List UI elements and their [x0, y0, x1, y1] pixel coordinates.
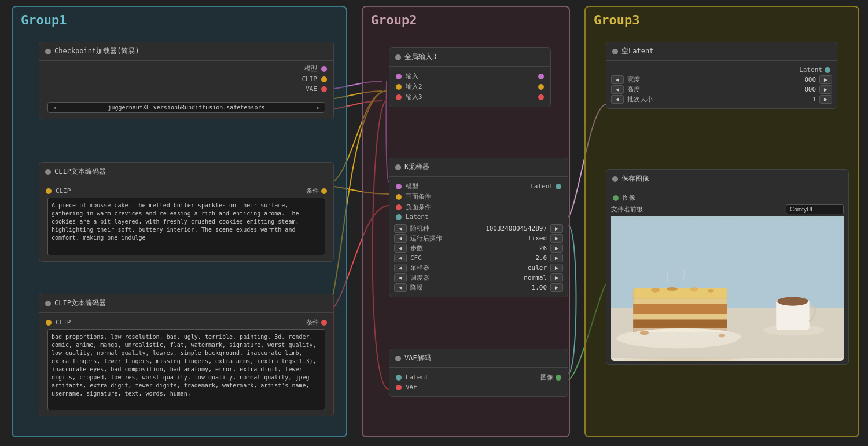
clip2-text-area[interactable]: bad proportions, low resolution, bad, ug…	[47, 329, 325, 410]
group3: Group3 空Latent Latent ◄ 宽度 800 ►	[584, 6, 859, 437]
ksampler-steps-right[interactable]: ►	[550, 244, 563, 253]
ksampler-neg-in	[396, 204, 402, 210]
ksampler-dot	[395, 164, 401, 170]
ksampler-cfg-label: CFG	[410, 254, 532, 262]
ksampler-sched-value: normal	[524, 274, 547, 282]
global-in2-label: 输入2	[406, 82, 422, 91]
checkpoint-model-port: 模型	[304, 64, 329, 73]
width-left[interactable]: ◄	[611, 75, 624, 84]
save-image-body: 图像 文件名前缀	[606, 188, 848, 364]
svg-point-14	[690, 287, 698, 292]
ksampler-cfg-value: 2.0	[535, 254, 547, 262]
clip1-condition-label: 条件	[306, 187, 319, 195]
ksampler-denoise-left[interactable]: ◄	[394, 283, 407, 292]
ksampler-sampler-label: 采样器	[410, 264, 524, 272]
svg-point-19	[719, 334, 725, 337]
batch-right[interactable]: ►	[819, 95, 832, 104]
svg-point-5	[777, 297, 808, 305]
global-in1	[396, 74, 402, 79]
checkpoint-clip-port: CLIP	[302, 75, 329, 83]
width-right[interactable]: ►	[819, 75, 832, 84]
ksampler-seed-right[interactable]: ►	[550, 224, 563, 233]
ksampler-cfg-right[interactable]: ►	[550, 254, 563, 262]
batch-label: 批次大小	[627, 95, 809, 104]
height-left[interactable]: ◄	[611, 85, 624, 94]
ksampler-header: K采样器	[389, 158, 568, 177]
ksampler-body: 模型 Latent 正面条件 负面条件 Latent	[389, 177, 568, 297]
save-image-filename-input[interactable]	[786, 204, 844, 214]
ksampler-denoise-right[interactable]: ►	[550, 283, 563, 292]
save-image-port-row: 图像	[611, 193, 844, 202]
ksampler-seed-left[interactable]: ◄	[394, 224, 407, 233]
vae-decode-image-out	[556, 375, 561, 381]
ksampler-sampler-value: euler	[528, 264, 547, 272]
clip1-clip-port-row: CLIP 条件	[44, 187, 329, 195]
vae-decode-header: VAE解码	[389, 349, 568, 368]
global-input3-row: 输入3	[394, 93, 546, 101]
height-value: 800	[804, 86, 816, 93]
ksampler-params: ◄ 随机种 1003240004542897 ► ◄ 运行后操作 fixed ►…	[394, 224, 563, 292]
batch-value: 1	[812, 96, 816, 103]
ksampler-after-left[interactable]: ◄	[394, 234, 407, 243]
ksampler-denoise-value: 1.00	[532, 284, 547, 291]
checkpoint-right-arrow[interactable]: ►	[317, 104, 320, 111]
clip2-condition-label: 条件	[306, 318, 319, 327]
save-image-dot	[612, 176, 618, 182]
svg-rect-8	[633, 298, 727, 304]
ksampler-sampler-row: ◄ 采样器 euler ►	[394, 264, 563, 272]
ksampler-scheduler-row: ◄ 调度器 normal ►	[394, 273, 563, 282]
svg-rect-10	[633, 314, 727, 320]
empty-latent-width-row: ◄ 宽度 800 ►	[611, 75, 832, 84]
save-image-filename-label: 文件名前缀	[611, 205, 643, 214]
ksampler-pos-label: 正面条件	[406, 192, 431, 201]
save-image-port-label: 图像	[623, 193, 635, 202]
group3-title: Group3	[586, 7, 858, 33]
empty-latent-body: Latent ◄ 宽度 800 ► ◄ 高度 800 ► ◄ 批次大小	[606, 61, 837, 108]
clip1-text-area[interactable]: A piece of mousse cake. The melted butte…	[47, 198, 325, 255]
ksampler-sched-left[interactable]: ◄	[394, 273, 407, 282]
ksampler-model-label: 模型	[406, 182, 418, 191]
ksampler-seed-label: 随机种	[410, 224, 482, 233]
group1: Group1 Checkpoint加载器(简易) 模型 CLIP VAE	[12, 6, 347, 437]
ksampler-sampler-right[interactable]: ►	[550, 264, 563, 272]
ksampler-cfg-left[interactable]: ◄	[394, 254, 407, 262]
ksampler-latent-in	[396, 214, 402, 220]
ksampler-cfg-row: ◄ CFG 2.0 ►	[394, 254, 563, 262]
svg-point-13	[667, 287, 678, 291]
height-right[interactable]: ►	[819, 85, 832, 94]
ksampler-sampler-left[interactable]: ◄	[394, 264, 407, 272]
empty-latent-dot	[612, 49, 618, 54]
ksampler-title: K采样器	[404, 162, 429, 172]
group2: Group2 全局输入3 输入 输入2 输	[362, 6, 570, 437]
vae-decode-body: Latent 图像 VAE	[389, 368, 568, 396]
batch-left[interactable]: ◄	[611, 95, 624, 104]
checkpoint-value: juggernautXL_version6Rundiffusion.safete…	[56, 104, 317, 111]
global-input-header: 全局输入3	[389, 48, 550, 67]
checkpoint-selector[interactable]: ◄ juggernautXL_version6Rundiffusion.safe…	[47, 102, 325, 113]
save-image-header: 保存图像	[606, 170, 848, 188]
clip2-clip-port-row: CLIP 条件	[44, 318, 329, 327]
ksampler-seed-row: ◄ 随机种 1003240004542897 ►	[394, 224, 563, 233]
empty-latent-out-row: Latent	[611, 66, 832, 74]
clip-encoder2-body: CLIP 条件 bad proportions, low resolution,…	[39, 313, 333, 416]
clip1-status-dot	[45, 169, 51, 175]
ksampler-after-right[interactable]: ►	[550, 234, 563, 243]
save-image-in	[613, 195, 619, 201]
clip-encoder1-body: CLIP 条件 A piece of mousse cake. The melt…	[39, 181, 333, 261]
vae-out-connector	[321, 86, 327, 92]
empty-latent-out	[825, 67, 830, 73]
ksampler-model-row: 模型 Latent	[394, 182, 563, 191]
svg-rect-9	[633, 304, 727, 314]
ksampler-model-in	[396, 184, 402, 189]
global-input-dot	[395, 54, 401, 60]
ksampler-denoise-row: ◄ 降噪 1.00 ►	[394, 283, 563, 292]
ksampler-sched-right[interactable]: ►	[550, 273, 563, 282]
global-in2	[396, 84, 402, 90]
global-input-title: 全局输入3	[404, 52, 436, 62]
height-label: 高度	[627, 85, 801, 94]
model-out-connector	[321, 66, 327, 72]
ksampler-seed-value: 1003240004542897	[486, 225, 547, 232]
ksampler-steps-left[interactable]: ◄	[394, 244, 407, 253]
empty-latent-title: 空Latent	[621, 46, 653, 56]
vae-decode-title: VAE解码	[404, 353, 431, 363]
